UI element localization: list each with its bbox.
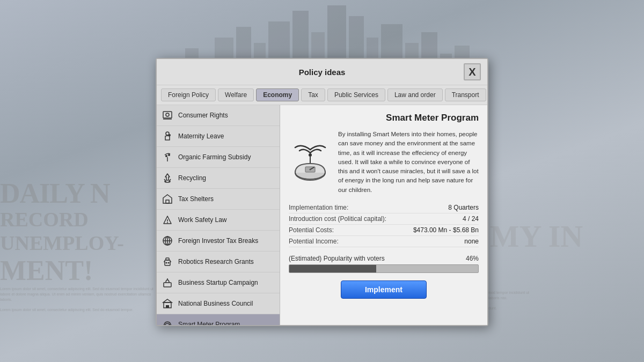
smart-meter-icon	[290, 143, 331, 181]
svg-point-49	[309, 153, 312, 157]
policy-name-8: Robotics Research Grants	[178, 258, 254, 265]
policy-name-3: Organic Farming Subsidy	[178, 153, 251, 161]
svg-rect-36	[166, 258, 169, 260]
policy-name-10: National Business Council	[178, 300, 253, 307]
tab-law-and-order[interactable]: Law and order	[387, 88, 443, 101]
tab-welfare[interactable]: Welfare	[218, 88, 254, 101]
policy-item-8[interactable]: Robotics Research Grants	[157, 252, 280, 272]
policy-icon-7	[161, 234, 174, 247]
policy-item-11[interactable]: Smart Meter Program	[157, 314, 280, 325]
policy-icon-4	[161, 172, 174, 184]
policy-item-6[interactable]: Work Safety Law	[157, 210, 280, 231]
svg-line-48	[167, 324, 170, 325]
svg-point-37	[166, 262, 167, 264]
modal-title: Policy ideas	[180, 68, 464, 77]
tab-transport[interactable]: Transport	[445, 88, 486, 101]
policy-name-11: Smart Meter Program	[178, 321, 240, 325]
policy-name-1: Consumer Rights	[178, 112, 228, 119]
stat-intro-cost: Introduction cost (Political capital): 4…	[289, 213, 479, 225]
modal-title-bar: Policy ideas X	[157, 59, 487, 85]
policy-item-1[interactable]: Consumer Rights	[157, 105, 280, 126]
policy-name-9: Business Startup Campaign	[178, 279, 258, 286]
policy-icon-1	[161, 109, 174, 122]
popularity-progress-bar-fill	[289, 265, 376, 272]
tab-foreign-policy[interactable]: Foreign Policy	[161, 88, 216, 101]
policy-name-7: Foreign Investor Tax Breaks	[178, 237, 258, 245]
policy-detail: Smart Meter Program	[280, 105, 487, 325]
modal-body: Consumer RightsMaternity LeaveOrganic Fa…	[157, 105, 487, 325]
policy-item-9[interactable]: Business Startup Campaign	[157, 272, 280, 293]
svg-point-55	[309, 169, 311, 171]
close-button[interactable]: X	[464, 63, 481, 80]
stat-potential-income: Potential Income: none	[289, 236, 479, 247]
popularity-section: (Estimated) Popularity with voters 46%	[289, 255, 479, 273]
stat-potential-costs: Potential Costs: $473.00 Mn - $5.68 Bn	[289, 225, 479, 236]
svg-point-38	[168, 262, 170, 264]
policy-icon-3	[161, 151, 174, 164]
policy-name-5: Tax Shelters	[178, 195, 214, 203]
implement-button[interactable]: Implement	[341, 280, 427, 299]
policy-icon-5	[161, 193, 174, 205]
newspaper-body-left: Lorem ipsum dolor sit amet, consectetur …	[0, 286, 161, 313]
svg-point-22	[166, 132, 169, 135]
policy-name-2: Maternity Leave	[178, 132, 224, 140]
policy-item-7[interactable]: Foreign Investor Tax Breaks	[157, 231, 280, 252]
policy-icon-11	[161, 318, 174, 325]
svg-rect-19	[163, 112, 172, 118]
policy-item-4[interactable]: Recycling	[157, 168, 280, 189]
policy-icon-8	[161, 255, 174, 268]
svg-point-25	[168, 154, 170, 156]
policy-name-6: Work Safety Law	[178, 216, 226, 224]
policy-icon-9	[161, 276, 174, 289]
tab-bar: Foreign PolicyWelfareEconomyTaxPublic Se…	[157, 85, 487, 105]
policy-ideas-modal: Policy ideas X Foreign PolicyWelfareEcon…	[156, 58, 488, 326]
policy-item-5[interactable]: Tax Shelters	[157, 189, 280, 210]
stat-implementation-time: Implementation time: 8 Quarters	[289, 202, 479, 213]
svg-rect-41	[164, 283, 171, 287]
svg-point-30	[167, 222, 168, 223]
svg-point-20	[166, 113, 169, 116]
detail-title: Smart Meter Program	[289, 113, 479, 123]
policy-item-10[interactable]: National Business Council	[157, 293, 280, 314]
policy-name-4: Recycling	[178, 174, 206, 182]
detail-description: By installing Smart Meters into their ho…	[338, 130, 479, 195]
detail-stats: Implementation time: 8 Quarters Introduc…	[289, 202, 479, 247]
policy-icon-2	[161, 130, 174, 143]
policy-item-3[interactable]: Organic Farming Subsidy	[157, 147, 280, 168]
svg-point-23	[169, 134, 171, 136]
tab-public-services[interactable]: Public Services	[327, 88, 385, 101]
policy-list[interactable]: Consumer RightsMaternity LeaveOrganic Fa…	[157, 105, 280, 325]
popularity-progress-bar-bg	[289, 264, 479, 273]
svg-point-24	[165, 155, 167, 157]
svg-rect-46	[167, 305, 169, 308]
detail-icon-area	[289, 130, 332, 195]
detail-top-section: By installing Smart Meters into their ho…	[289, 130, 479, 195]
policy-icon-10	[161, 297, 174, 310]
svg-rect-45	[166, 305, 167, 308]
svg-rect-28	[166, 200, 169, 203]
svg-marker-44	[163, 299, 172, 302]
policy-item-2[interactable]: Maternity Leave	[157, 126, 280, 147]
popularity-label-row: (Estimated) Popularity with voters 46%	[289, 255, 479, 262]
tab-economy[interactable]: Economy	[256, 88, 299, 101]
svg-marker-27	[163, 195, 172, 203]
policy-icon-6	[161, 213, 174, 226]
tab-tax[interactable]: Tax	[301, 88, 325, 101]
